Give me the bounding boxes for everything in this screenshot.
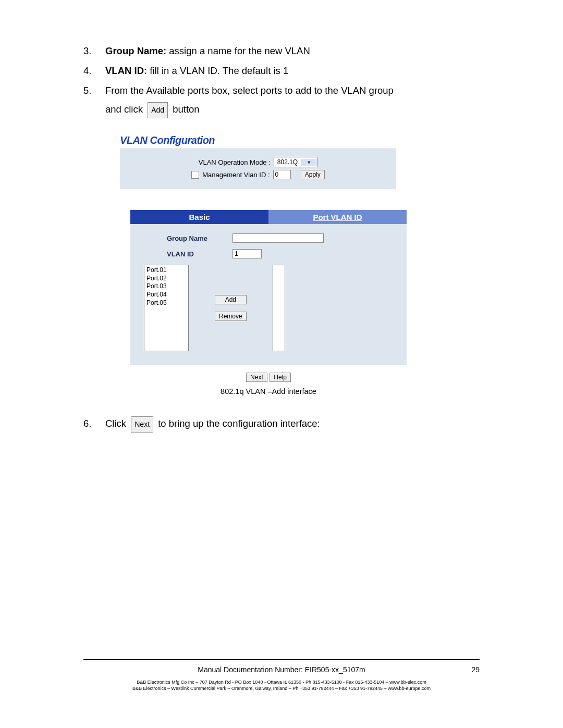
list-item[interactable]: Port.04 [146, 291, 186, 299]
group-name-label: Group Name [167, 235, 232, 242]
list-item[interactable]: Port.01 [146, 266, 186, 275]
add-button-inline: Add [148, 102, 168, 118]
group-name-input[interactable] [232, 233, 324, 243]
selected-ports-list[interactable] [273, 265, 285, 351]
tab-basic[interactable]: Basic [130, 210, 268, 224]
chevron-down-icon: ▾ [301, 159, 317, 166]
step5-before: and click [105, 104, 145, 115]
remove-button[interactable]: Remove [215, 312, 247, 321]
vlan-mode-value: 802.1Q [274, 158, 301, 166]
mgmt-vlan-checkbox[interactable] [191, 171, 199, 179]
step-4: 4. VLAN ID: fill in a VLAN ID. The defau… [83, 61, 480, 80]
step-num: 4. [83, 61, 105, 80]
list-item[interactable]: Port.05 [146, 299, 186, 307]
help-button[interactable]: Help [270, 373, 291, 382]
available-ports-list[interactable]: Port.01 Port.02 Port.03 Port.04 Port.05 [144, 265, 189, 351]
step-num: 6. [83, 414, 105, 433]
bottom-buttons: Next Help [130, 372, 407, 382]
page-number: 29 [471, 665, 480, 674]
step3-text: assign a name for the new VLAN [166, 45, 310, 56]
step-num: 3. [83, 42, 105, 60]
vlan-config-title: VLAN Configuration [120, 134, 396, 146]
doc-number: Manual Documentation Number: EIR505-xx_5… [198, 665, 365, 674]
list-item[interactable]: Port.02 [146, 275, 186, 283]
vlan-id-label: VLAN ID [167, 250, 232, 258]
form-area: Group Name VLAN ID Port.01 Port.02 Port.… [130, 224, 407, 365]
step6-after: to bring up the configuration interface: [158, 418, 320, 429]
step-3: 3. Group Name: assign a name for the new… [83, 42, 480, 60]
step3-label: Group Name: [105, 45, 166, 56]
footer-line1: B&B Electronics Mfg Co Inc – 707 Dayton … [83, 679, 480, 685]
step6-before: Click [105, 418, 129, 429]
mgmt-vlan-input[interactable] [273, 170, 291, 179]
vlan-config-body: VLAN Operation Mode : 802.1Q ▾ Managemen… [120, 149, 396, 189]
instruction-steps: 3. Group Name: assign a name for the new… [83, 42, 480, 119]
footer-line2: B&B Electronics – Westlink Commercial Pa… [83, 685, 480, 692]
step-6: 6. Click Next to bring up the configurat… [83, 414, 480, 433]
tabs: Basic Port VLAN ID [130, 210, 407, 224]
vlan-form-panel: Basic Port VLAN ID Group Name VLAN ID Po… [130, 210, 407, 396]
step-5: 5. From the Available ports box, select … [83, 81, 480, 119]
next-button[interactable]: Next [246, 373, 267, 382]
vlan-config-panel: VLAN Configuration VLAN Operation Mode :… [120, 134, 396, 189]
vlan-mode-label: VLAN Operation Mode : [199, 158, 271, 166]
step5-line1: From the Available ports box, select por… [105, 85, 394, 96]
step-num: 5. [83, 81, 105, 119]
mgmt-vlan-label: Management Vlan ID : [202, 171, 270, 179]
list-item[interactable]: Port.03 [146, 282, 186, 291]
page-footer: Manual Documentation Number: EIR505-xx_5… [83, 659, 480, 692]
step4-text: fill in a VLAN ID. The default is 1 [147, 65, 288, 76]
step5-after: button [173, 104, 199, 115]
step4-label: VLAN ID: [105, 65, 147, 76]
step-6-block: 6. Click Next to bring up the configurat… [83, 414, 480, 433]
next-button-inline: Next [131, 416, 153, 433]
figure-caption: 802.1q VLAN –Add interface [130, 387, 407, 396]
footer-address: B&B Electronics Mfg Co Inc – 707 Dayton … [83, 679, 480, 692]
vlan-mode-select[interactable]: 802.1Q ▾ [274, 157, 317, 167]
footer-divider [83, 659, 480, 660]
add-button[interactable]: Add [215, 295, 247, 304]
apply-button[interactable]: Apply [301, 170, 325, 179]
tab-port-vlan-id[interactable]: Port VLAN ID [268, 210, 407, 224]
vlan-id-input[interactable] [232, 249, 262, 258]
